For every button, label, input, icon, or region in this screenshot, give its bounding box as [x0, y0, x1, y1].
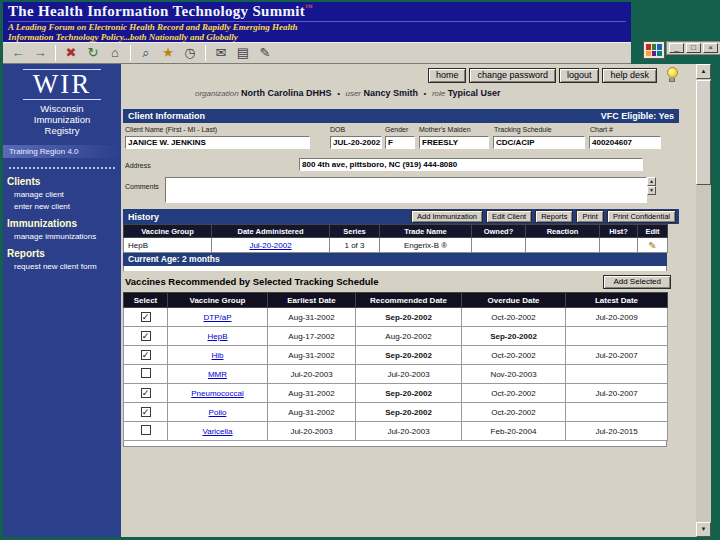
favorites-icon[interactable]: ★: [158, 44, 178, 62]
recommended-date: Sep-20-2002: [356, 308, 462, 327]
latest-date: [566, 327, 668, 346]
vaccine-link[interactable]: DTP/aP: [203, 313, 231, 322]
close-button[interactable]: ×: [703, 43, 718, 53]
row-checkbox[interactable]: ✓: [141, 407, 151, 417]
reports-button[interactable]: Reports: [535, 210, 573, 223]
context-separator: •: [334, 89, 343, 98]
col-latest-date: Latest Date: [566, 293, 668, 308]
lightbulb-icon[interactable]: [665, 67, 679, 84]
edit-icon[interactable]: ✎: [255, 44, 275, 62]
row-checkbox[interactable]: ✓: [141, 388, 151, 398]
grid-dot-blue: [657, 44, 662, 50]
home-nav-button[interactable]: home: [428, 68, 467, 83]
registry-name-line: Registry: [3, 125, 121, 136]
earliest-date: Jul-20-2003: [268, 365, 356, 384]
sidebar-item-request-new-client-form[interactable]: request new client form: [7, 262, 121, 271]
sidebar-item-manage-immunizations[interactable]: manage immunizations: [7, 232, 121, 241]
minimize-button[interactable]: _: [669, 43, 684, 53]
col-trade-name: Trade Name: [380, 225, 472, 238]
overdue-date: Sep-20-2002: [462, 327, 566, 346]
print-confidential-button[interactable]: Print Confidential: [607, 210, 676, 223]
table-row: Varicella Jul-20-2003 Jul-20-2003 Feb-20…: [124, 422, 668, 441]
refresh-icon[interactable]: ↻: [83, 44, 103, 62]
row-checkbox[interactable]: [141, 368, 151, 378]
latest-date: Jul-20-2007: [566, 384, 668, 403]
edit-pencil-icon[interactable]: ✎: [648, 240, 656, 251]
summit-banner: The Health Information Technology Summit…: [3, 2, 631, 42]
sidebar-section-clients[interactable]: Clients: [7, 176, 121, 187]
client-name-label: Client Name (First - MI - Last): [125, 126, 217, 133]
table-row: ✓ Hib Aug-31-2002 Sep-20-2002 Oct-20-200…: [124, 346, 668, 365]
address-field: 800 4th ave, pittsboro, NC (919) 444-808…: [299, 158, 643, 171]
mail-icon[interactable]: ✉: [211, 44, 231, 62]
stepper-up-icon[interactable]: ▲: [647, 177, 656, 186]
row-checkbox[interactable]: ✓: [141, 350, 151, 360]
app-grid-icon: [643, 41, 665, 59]
change-password-button[interactable]: change password: [469, 68, 556, 83]
history-icon[interactable]: ◷: [180, 44, 200, 62]
history-bar: History Add Immunization Edit Client Rep…: [123, 209, 679, 224]
stepper-down-icon[interactable]: ▼: [647, 186, 656, 195]
row-checkbox[interactable]: ✓: [141, 312, 151, 322]
vaccine-link[interactable]: MMR: [208, 370, 227, 379]
sidebar-section-immunizations[interactable]: Immunizations: [7, 218, 121, 229]
vaccine-link[interactable]: HepB: [207, 332, 227, 341]
edit-client-button[interactable]: Edit Client: [486, 210, 532, 223]
history-reaction: [526, 238, 600, 253]
help-desk-button[interactable]: help desk: [602, 68, 657, 83]
scroll-down-icon[interactable]: ▼: [696, 522, 711, 537]
registry-name: Wisconsin Immunization Registry: [3, 103, 121, 136]
earliest-date: Jul-20-2003: [268, 422, 356, 441]
col-reaction: Reaction: [526, 225, 600, 238]
vfc-eligible-status: VFC Eligible: Yes: [601, 111, 674, 121]
sidebar-item-enter-new-client[interactable]: enter new client: [7, 202, 121, 211]
main-content: home change password logout help desk or…: [121, 64, 685, 537]
sidebar-item-manage-client[interactable]: manage client: [7, 190, 121, 199]
vertical-scrollbar[interactable]: ▲ ▼: [696, 64, 711, 537]
print-icon[interactable]: ▤: [233, 44, 253, 62]
sidebar-section-reports[interactable]: Reports: [7, 248, 121, 259]
earliest-date: Aug-31-2002: [268, 384, 356, 403]
browser-toolbar: ← → ✖ ↻ ⌂ ⌕ ★ ◷ ✉ ▤ ✎: [3, 42, 631, 64]
history-table: Vaccine Group Date Administered Series T…: [123, 224, 668, 253]
table-row: ✓ Polio Aug-31-2002 Sep-20-2002 Oct-20-2…: [124, 403, 668, 422]
scrollbar-thumb[interactable]: [696, 80, 711, 185]
history-hist: [600, 238, 638, 253]
row-checkbox[interactable]: [141, 425, 151, 435]
grid-dot-yellow: [646, 51, 651, 57]
stop-icon[interactable]: ✖: [61, 44, 81, 62]
forward-icon[interactable]: →: [30, 44, 50, 62]
add-immunization-button[interactable]: Add Immunization: [411, 210, 483, 223]
role-value: Typical User: [448, 88, 501, 98]
col-hist: Hist?: [600, 225, 638, 238]
back-icon[interactable]: ←: [8, 44, 28, 62]
scroll-up-icon[interactable]: ▲: [696, 64, 711, 79]
vaccine-link[interactable]: Varicella: [202, 427, 232, 436]
vaccine-link[interactable]: Polio: [209, 408, 227, 417]
address-label: Address: [125, 162, 151, 169]
recommended-date: Aug-20-2002: [356, 327, 462, 346]
vaccine-link[interactable]: Hib: [211, 351, 223, 360]
toolbar-separator: [130, 45, 131, 61]
history-row: HepB Jul-20-2002 1 of 3 Engerix-B ® ✎: [124, 238, 668, 253]
row-checkbox[interactable]: ✓: [141, 331, 151, 341]
banner-title-text: The Health Information Technology Summit: [8, 3, 305, 19]
col-vaccine-group: Vaccine Group: [124, 225, 212, 238]
add-selected-button[interactable]: Add Selected: [603, 275, 671, 289]
vaccine-link[interactable]: Pneumococcal: [191, 389, 243, 398]
latest-date: Jul-20-2015: [566, 422, 668, 441]
home-icon[interactable]: ⌂: [105, 44, 125, 62]
history-date-link[interactable]: Jul-20-2002: [249, 241, 291, 250]
restore-button[interactable]: □: [686, 43, 701, 53]
tracking-schedule-field: CDC/ACIP: [493, 136, 585, 149]
wir-logo: WIR: [3, 69, 121, 100]
logout-button[interactable]: logout: [559, 68, 600, 83]
top-navigation: home change password logout help desk: [121, 64, 685, 84]
table-row: ✓ Pneumococcal Aug-31-2002 Sep-20-2002 O…: [124, 384, 668, 403]
history-header-row: Vaccine Group Date Administered Series T…: [124, 225, 668, 238]
sidebar-divider: [9, 167, 115, 169]
print-button[interactable]: Print: [576, 210, 603, 223]
search-icon[interactable]: ⌕: [136, 44, 156, 62]
col-date-administered: Date Administered: [212, 225, 330, 238]
window-edge: [685, 64, 696, 537]
